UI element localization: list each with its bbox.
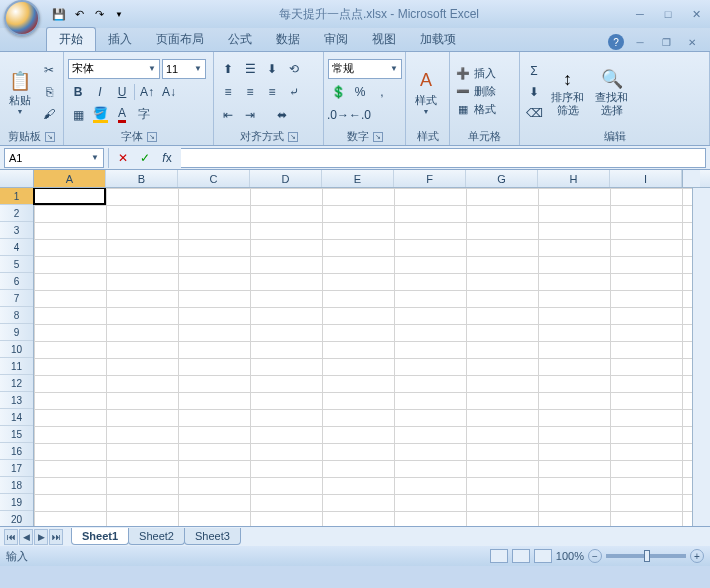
delete-cells-button[interactable]: ➖删除 [454,83,498,100]
paste-button[interactable]: 📋 粘贴 ▼ [4,55,36,128]
number-format-combo[interactable]: 常规▼ [328,59,402,79]
column-header[interactable]: B [106,170,178,187]
row-header[interactable]: 14 [0,409,33,426]
font-size-combo[interactable]: 11▼ [162,59,206,79]
row-header[interactable]: 2 [0,205,33,222]
sheet-tab[interactable]: Sheet3 [184,528,241,545]
align-left-button[interactable]: ≡ [218,82,238,102]
clear-button[interactable]: ⌫ [524,103,544,123]
tab-view[interactable]: 视图 [360,28,408,51]
align-bottom-button[interactable]: ⬇ [262,59,282,79]
font-launcher[interactable]: ↘ [147,132,157,142]
zoom-thumb[interactable] [644,550,650,562]
sheet-nav-first[interactable]: ⏮ [4,529,18,545]
column-header[interactable]: D [250,170,322,187]
row-header[interactable]: 12 [0,375,33,392]
number-launcher[interactable]: ↘ [373,132,383,142]
row-header[interactable]: 11 [0,358,33,375]
row-header[interactable]: 16 [0,443,33,460]
sheet-tab[interactable]: Sheet2 [128,528,185,545]
page-layout-view-button[interactable] [512,549,530,563]
cancel-formula-button[interactable]: ✕ [113,148,133,168]
row-header[interactable]: 10 [0,341,33,358]
cell-area[interactable] [34,188,692,526]
help-icon[interactable]: ? [608,34,624,50]
shrink-font-button[interactable]: A↓ [159,82,179,102]
column-header[interactable]: A [34,170,106,187]
sheet-nav-prev[interactable]: ◀ [19,529,33,545]
column-header[interactable]: F [394,170,466,187]
qat-dropdown-icon[interactable]: ▼ [110,5,128,23]
enter-formula-button[interactable]: ✓ [135,148,155,168]
row-header[interactable]: 8 [0,307,33,324]
decrease-decimal-button[interactable]: ←.0 [350,105,370,125]
format-painter-icon[interactable]: 🖌 [39,104,59,124]
fill-button[interactable]: ⬇ [524,82,544,102]
underline-button[interactable]: U [112,82,132,102]
phonetic-button[interactable]: 字 [134,105,154,125]
italic-button[interactable]: I [90,82,110,102]
row-header[interactable]: 4 [0,239,33,256]
insert-cells-button[interactable]: ➕插入 [454,65,498,82]
formula-input[interactable] [181,148,706,168]
column-header[interactable]: H [538,170,610,187]
tab-home[interactable]: 开始 [46,27,96,51]
orientation-button[interactable]: ⟲ [284,59,304,79]
save-icon[interactable]: 💾 [50,5,68,23]
font-color-button[interactable]: A [112,105,132,125]
active-cell[interactable] [33,188,106,205]
find-select-button[interactable]: 🔍 查找和 选择 [591,55,632,128]
sort-filter-button[interactable]: ↕ 排序和 筛选 [547,55,588,128]
page-break-view-button[interactable] [534,549,552,563]
column-header[interactable]: I [610,170,682,187]
sheet-tab[interactable]: Sheet1 [71,528,129,545]
increase-indent-button[interactable]: ⇥ [240,105,260,125]
row-header[interactable]: 18 [0,477,33,494]
styles-button[interactable]: A 样式 ▼ [410,55,442,128]
row-header[interactable]: 3 [0,222,33,239]
grow-font-button[interactable]: A↑ [137,82,157,102]
row-header[interactable]: 7 [0,290,33,307]
font-name-combo[interactable]: 宋体▼ [68,59,160,79]
tab-formulas[interactable]: 公式 [216,28,264,51]
align-right-button[interactable]: ≡ [262,82,282,102]
column-header[interactable]: C [178,170,250,187]
workbook-restore-button[interactable]: ❐ [656,33,676,51]
row-header[interactable]: 13 [0,392,33,409]
maximize-button[interactable]: □ [658,5,678,23]
border-button[interactable]: ▦ [68,105,88,125]
accounting-button[interactable]: 💲 [328,82,348,102]
bold-button[interactable]: B [68,82,88,102]
row-header[interactable]: 15 [0,426,33,443]
percent-button[interactable]: % [350,82,370,102]
comma-button[interactable]: , [372,82,392,102]
align-middle-button[interactable]: ☰ [240,59,260,79]
zoom-level[interactable]: 100% [556,550,584,562]
tab-review[interactable]: 审阅 [312,28,360,51]
copy-icon[interactable]: ⎘ [39,82,59,102]
tab-insert[interactable]: 插入 [96,28,144,51]
column-header[interactable]: E [322,170,394,187]
clipboard-launcher[interactable]: ↘ [45,132,55,142]
close-button[interactable]: ✕ [686,5,706,23]
alignment-launcher[interactable]: ↘ [288,132,298,142]
align-center-button[interactable]: ≡ [240,82,260,102]
row-header[interactable]: 6 [0,273,33,290]
zoom-out-button[interactable]: − [588,549,602,563]
wrap-text-button[interactable]: ⤶ [284,82,304,102]
autosum-button[interactable]: Σ [524,61,544,81]
format-cells-button[interactable]: ▦格式 [454,101,498,118]
name-box[interactable]: A1▼ [4,148,104,168]
merge-center-button[interactable]: ⬌ [262,105,302,125]
zoom-slider[interactable] [606,554,686,558]
vertical-scrollbar[interactable] [692,188,710,526]
ribbon-minimize-button[interactable]: ─ [630,33,650,51]
sheet-nav-next[interactable]: ▶ [34,529,48,545]
sheet-nav-last[interactable]: ⏭ [49,529,63,545]
redo-icon[interactable]: ↷ [90,5,108,23]
tab-addins[interactable]: 加载项 [408,28,468,51]
row-header[interactable]: 17 [0,460,33,477]
decrease-indent-button[interactable]: ⇤ [218,105,238,125]
tab-page-layout[interactable]: 页面布局 [144,28,216,51]
workbook-close-button[interactable]: ✕ [682,33,702,51]
